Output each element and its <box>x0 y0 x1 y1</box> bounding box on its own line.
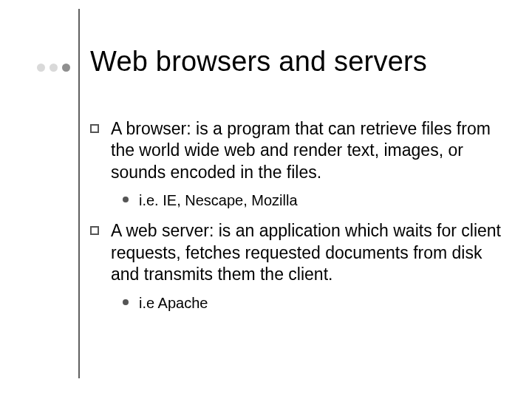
dot-icon <box>62 64 70 72</box>
bullet-text: A web server: is an application which wa… <box>111 220 504 285</box>
bullet-text: i.e Apache <box>139 293 208 313</box>
round-bullet-icon <box>123 299 129 305</box>
square-bullet-icon <box>90 226 99 235</box>
bullet-text: A browser: is a program that can retriev… <box>111 118 504 183</box>
vertical-divider <box>78 9 80 378</box>
slide: Web browsers and servers A browser: is a… <box>0 0 532 399</box>
decorative-dots <box>37 64 70 72</box>
list-item: A web server: is an application which wa… <box>90 220 504 285</box>
round-bullet-icon <box>123 197 129 202</box>
dot-icon <box>50 64 58 72</box>
bullet-text: i.e. IE, Nescape, Mozilla <box>139 191 298 210</box>
square-bullet-icon <box>90 124 99 133</box>
dot-icon <box>37 64 45 72</box>
list-item: i.e Apache <box>123 293 504 313</box>
slide-title: Web browsers and servers <box>90 46 427 78</box>
slide-body: A browser: is a program that can retriev… <box>90 118 504 323</box>
list-item: A browser: is a program that can retriev… <box>90 118 504 183</box>
list-item: i.e. IE, Nescape, Mozilla <box>123 191 504 210</box>
